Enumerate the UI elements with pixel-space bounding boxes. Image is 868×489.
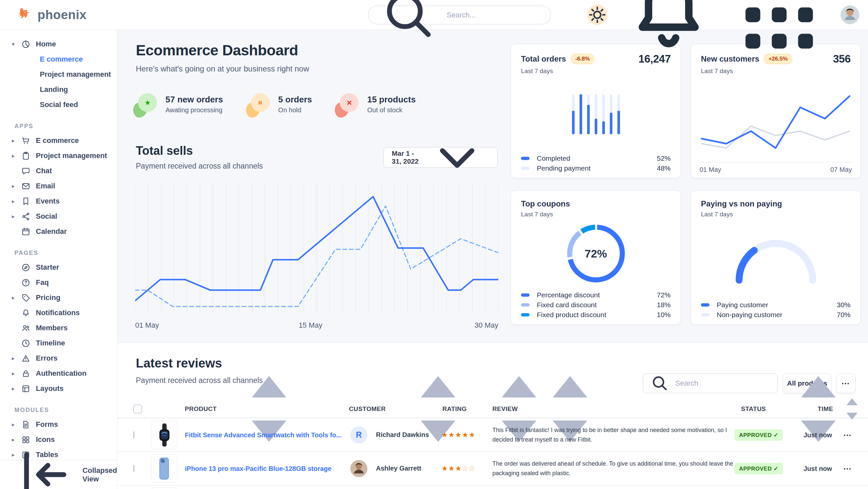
row-checkbox[interactable] — [133, 466, 134, 471]
legend-row: Completed52% — [521, 153, 671, 163]
bar-fill — [610, 113, 613, 134]
row-menu-button[interactable]: ••• — [844, 432, 852, 438]
sidebar-item-project-management[interactable]: ▸Project management — [0, 148, 117, 163]
sidebar-item-chat[interactable]: Chat — [0, 163, 117, 178]
legend-label: Percentage discount — [537, 291, 599, 299]
theme-toggle-button[interactable] — [587, 5, 608, 25]
caret-right-icon: ▸ — [12, 385, 21, 392]
sidebar-item-project-management[interactable]: Project management — [0, 67, 117, 82]
chat-icon — [21, 166, 36, 176]
top-navbar: phoenix — [0, 0, 868, 30]
change-badge: -6.8% — [571, 54, 594, 64]
legend-swatch — [521, 157, 530, 160]
sidebar-item-layouts[interactable]: ▸Layouts — [0, 381, 117, 396]
sidebar-item-notifications[interactable]: Notifications — [0, 305, 117, 320]
sidebar-item-label: Social — [36, 212, 57, 221]
product-link[interactable]: Fitbit Sense Advanced Smartwatch with To… — [185, 431, 342, 439]
global-search-input[interactable] — [446, 10, 542, 20]
legend-swatch — [521, 313, 530, 316]
dashboard-section: Ecommerce Dashboard Here's what's going … — [117, 30, 868, 343]
legend-value: 48% — [657, 164, 671, 172]
sidebar-item-authentication[interactable]: ▸Authentication — [0, 366, 117, 381]
stat-title: 5 orders — [278, 94, 312, 105]
legend-swatch — [701, 313, 710, 316]
stat-blob — [247, 93, 270, 115]
table-row: Fitbit Sense Advanced Smartwatch with To… — [117, 418, 868, 452]
bar-track — [602, 94, 605, 134]
reviews-table-header: PRODUCT CUSTOMER RATING REVIEW STATUS TI… — [117, 400, 868, 418]
sidebar-item-e-commerce[interactable]: E commerce — [0, 52, 117, 67]
sidebar-item-social-feed[interactable]: Social feed — [0, 97, 117, 112]
sidebar-item-pricing[interactable]: ▸Pricing — [0, 290, 117, 305]
sidebar-item-label: Pricing — [36, 293, 61, 302]
sidebar-item-landing[interactable]: Landing — [0, 82, 117, 97]
bar-track — [595, 94, 597, 134]
bar-fill — [572, 111, 575, 134]
page-title: Ecommerce Dashboard — [136, 42, 298, 59]
legend-swatch — [521, 167, 530, 170]
total-sells-subtitle: Payment received across all channels — [136, 162, 263, 171]
card-paying-vs-non-paying: Paying vs non paying Last 7 days Paying … — [691, 190, 861, 325]
sidebar-item-faq[interactable]: Faq — [0, 275, 117, 290]
date-range-value: Mar 1 - 31, 2022 — [392, 149, 425, 165]
card-period: Last 7 days — [521, 67, 671, 75]
product-link[interactable]: iPhone 13 pro max-Pacific Blue-128GB sto… — [185, 465, 332, 472]
chevron-down-icon — [425, 125, 489, 190]
legend-row: Paying customer30% — [701, 300, 850, 310]
sidebar-item-email[interactable]: ▸Email — [0, 178, 117, 194]
top-coupons-donut-chart: 72% — [565, 222, 627, 285]
app-logo[interactable]: phoenix — [17, 0, 87, 30]
x-label-start: 01 May — [700, 166, 721, 174]
collapsed-view-label: Collapsed View — [83, 466, 117, 483]
stat-blob — [134, 93, 157, 115]
sidebar-item-timeline[interactable]: Timeline — [0, 336, 117, 351]
select-all-checkbox[interactable] — [133, 404, 142, 413]
legend-swatch — [701, 303, 710, 307]
caret-right-icon: ▸ — [12, 198, 21, 204]
caret-down-icon: ▾ — [12, 41, 21, 48]
sidebar-item-label: E commerce — [36, 136, 79, 145]
sidebar-item-social[interactable]: ▸Social — [0, 209, 117, 224]
row-checkbox[interactable] — [133, 432, 134, 438]
sidebar-item-e-commerce[interactable]: ▸E commerce — [0, 133, 117, 148]
sidebar-item-home[interactable]: ▾Home — [0, 36, 117, 52]
sidebar-item-label: Timeline — [36, 339, 65, 347]
legend-value: 18% — [657, 301, 671, 309]
latest-reviews-section: Latest reviews Payment received across a… — [117, 343, 868, 489]
bar-fill — [595, 119, 597, 134]
status-badge: APPROVED ✓ — [735, 429, 783, 440]
legend-label: Completed — [537, 154, 570, 162]
compass-icon — [21, 263, 36, 272]
bar-track — [610, 94, 613, 134]
sidebar-item-members[interactable]: Members — [0, 320, 117, 336]
page-subtitle: Here's what's going on at your business … — [136, 64, 309, 74]
date-range-select[interactable]: Mar 1 - 31, 2022 — [383, 147, 498, 168]
bell-icon — [619, 0, 718, 64]
legend-label: Fixed product discount — [537, 311, 606, 319]
sidebar-item-label: Email — [36, 182, 55, 190]
sidebar-item-calendar[interactable]: Calendar — [0, 224, 117, 239]
card-period: Last 7 days — [521, 211, 671, 218]
user-avatar[interactable] — [840, 5, 860, 24]
apps-menu-button[interactable] — [730, 0, 829, 64]
sidebar-item-label: Chat — [36, 167, 52, 175]
status-badge: APPROVED ✓ — [735, 463, 783, 474]
apps-grid-icon — [730, 0, 829, 64]
legend-row: Non-paying customer70% — [701, 310, 850, 320]
collapsed-view-toggle[interactable]: Collapsed View — [0, 460, 117, 489]
customer-name: Ashley Garrett — [376, 465, 421, 472]
sidebar-item-starter[interactable]: Starter — [0, 260, 117, 275]
bar-fill — [602, 121, 605, 134]
search-icon — [650, 373, 670, 394]
global-search[interactable] — [368, 6, 551, 24]
sidebar-item-events[interactable]: ▸Events — [0, 194, 117, 209]
sidebar-item-forms[interactable]: ▸Forms — [0, 417, 117, 432]
product-image — [151, 421, 177, 449]
row-menu-button[interactable]: ••• — [844, 466, 852, 471]
stat-title: 57 new orders — [165, 94, 223, 105]
sun-icon — [587, 5, 608, 25]
sidebar-item-errors[interactable]: ▸Errors — [0, 351, 117, 366]
notifications-button[interactable] — [619, 0, 718, 64]
total-sells-title: Total sells — [136, 144, 263, 158]
legend-value: 10% — [657, 311, 671, 319]
